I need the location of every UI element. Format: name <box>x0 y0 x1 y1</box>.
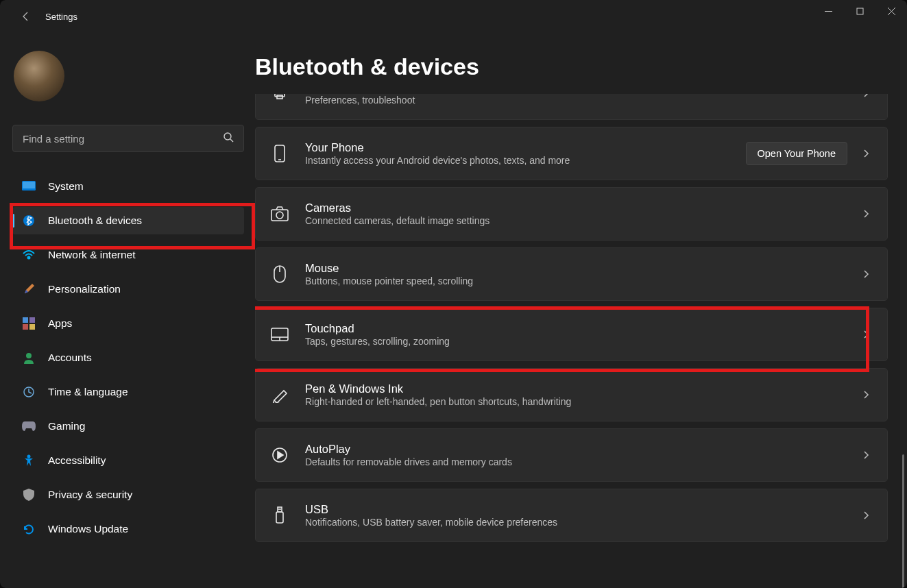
close-icon <box>888 8 895 15</box>
sidebar-item-bluetooth-devices[interactable]: Bluetooth & devices <box>12 207 244 234</box>
chevron-right-icon <box>860 94 872 99</box>
page-title: Bluetooth & devices <box>255 53 888 80</box>
search-icon <box>223 132 234 145</box>
printer-icon <box>271 94 289 102</box>
svg-rect-30 <box>276 512 283 523</box>
sidebar-item-network[interactable]: Network & internet <box>12 241 244 269</box>
main-panel: Bluetooth & devices Printers & scanners … <box>255 33 907 588</box>
autoplay-icon <box>271 446 289 464</box>
sidebar: System Bluetooth & devices Network & int… <box>0 33 255 588</box>
card-autoplay[interactable]: AutoPlay Defaults for removable drives a… <box>255 428 888 482</box>
card-touchpad[interactable]: Touchpad Taps, gestures, scrolling, zoom… <box>255 308 888 361</box>
scrollbar-thumb[interactable] <box>902 454 904 588</box>
sidebar-item-label: Bluetooth & devices <box>48 215 142 227</box>
svg-rect-13 <box>29 324 35 330</box>
card-subtitle: Buttons, mouse pointer speed, scrolling <box>305 275 860 286</box>
chevron-right-icon <box>860 208 872 220</box>
card-pen-windows-ink[interactable]: Pen & Windows Ink Right-handed or left-h… <box>255 368 888 421</box>
svg-rect-12 <box>23 324 28 330</box>
sidebar-item-label: System <box>48 180 84 193</box>
sidebar-item-label: Accessibility <box>48 454 106 467</box>
sidebar-item-accounts[interactable]: Accounts <box>12 344 244 371</box>
card-title: Your Phone <box>305 141 746 154</box>
svg-rect-1 <box>857 8 863 14</box>
svg-rect-10 <box>23 317 28 323</box>
back-button[interactable] <box>14 4 38 29</box>
sidebar-item-label: Apps <box>48 317 72 330</box>
person-icon <box>22 351 36 365</box>
camera-icon <box>271 205 289 223</box>
pen-icon <box>271 386 289 404</box>
minimize-button[interactable] <box>812 0 844 22</box>
card-title: AutoPlay <box>305 443 860 456</box>
svg-point-4 <box>224 133 231 140</box>
sidebar-item-windows-update[interactable]: Windows Update <box>12 515 244 543</box>
sidebar-item-privacy-security[interactable]: Privacy & security <box>12 481 244 509</box>
chevron-right-icon <box>860 147 872 160</box>
card-mouse[interactable]: Mouse Buttons, mouse pointer speed, scro… <box>255 247 888 301</box>
sidebar-item-time-language[interactable]: Time & language <box>12 378 244 406</box>
chevron-right-icon <box>860 449 872 461</box>
sidebar-nav: System Bluetooth & devices Network & int… <box>12 173 245 543</box>
sidebar-item-accessibility[interactable]: Accessibility <box>12 447 244 474</box>
svg-rect-11 <box>29 317 35 323</box>
card-subtitle: Preferences, troubleshoot <box>305 95 860 106</box>
card-cameras[interactable]: Cameras Connected cameras, default image… <box>255 187 888 241</box>
card-usb[interactable]: USB Notifications, USB battery saver, mo… <box>255 489 888 542</box>
avatar[interactable] <box>14 51 64 101</box>
card-title: Cameras <box>305 201 860 215</box>
svg-line-5 <box>230 139 233 142</box>
window-title: Settings <box>45 12 77 22</box>
card-title: USB <box>305 503 860 516</box>
chevron-right-icon <box>860 268 872 280</box>
open-your-phone-button[interactable]: Open Your Phone <box>746 142 848 165</box>
apps-icon <box>22 317 36 330</box>
sidebar-item-label: Gaming <box>48 420 85 432</box>
maximize-icon <box>856 8 864 15</box>
sidebar-item-label: Time & language <box>48 386 128 398</box>
scrollbar[interactable] <box>902 125 904 588</box>
chevron-right-icon <box>860 509 872 522</box>
sidebar-item-label: Windows Update <box>48 523 128 535</box>
svg-point-23 <box>276 212 283 219</box>
arrow-left-icon <box>21 11 32 22</box>
sidebar-item-label: Personalization <box>48 283 121 295</box>
content-area: System Bluetooth & devices Network & int… <box>0 33 907 588</box>
settings-list: Printers & scanners Preferences, trouble… <box>255 94 888 587</box>
sidebar-item-personalization[interactable]: Personalization <box>12 275 244 303</box>
shield-icon <box>22 488 36 502</box>
titlebar: Settings <box>0 0 907 33</box>
sidebar-item-apps[interactable]: Apps <box>12 310 244 337</box>
sidebar-item-label: Privacy & security <box>48 489 132 501</box>
update-icon <box>22 522 36 536</box>
card-printers-scanners[interactable]: Printers & scanners Preferences, trouble… <box>255 94 888 120</box>
sidebar-item-gaming[interactable]: Gaming <box>12 413 244 440</box>
accessibility-icon <box>22 454 36 467</box>
maximize-button[interactable] <box>844 0 875 22</box>
sidebar-item-system[interactable]: System <box>12 173 244 200</box>
search-box[interactable] <box>12 125 244 152</box>
card-subtitle: Defaults for removable drives and memory… <box>305 456 860 467</box>
wifi-icon <box>22 248 36 262</box>
paintbrush-icon <box>22 282 36 296</box>
phone-icon <box>271 145 289 162</box>
search-input[interactable] <box>23 133 223 145</box>
card-title: Pen & Windows Ink <box>305 382 860 395</box>
clock-globe-icon <box>22 385 36 399</box>
usb-icon <box>271 506 289 524</box>
bluetooth-icon <box>22 214 36 228</box>
gamepad-icon <box>22 419 36 433</box>
chevron-right-icon <box>860 328 872 341</box>
svg-point-9 <box>28 257 30 259</box>
card-subtitle: Right-handed or left-handed, pen button … <box>305 396 860 407</box>
mouse-icon <box>271 265 289 283</box>
svg-point-14 <box>26 353 32 358</box>
card-your-phone[interactable]: Your Phone Instantly access your Android… <box>255 127 888 180</box>
card-subtitle: Connected cameras, default image setting… <box>305 215 860 226</box>
window-controls <box>812 0 907 22</box>
card-title: Mouse <box>305 262 860 275</box>
close-button[interactable] <box>875 0 907 22</box>
display-icon <box>22 180 36 193</box>
card-subtitle: Taps, gestures, scrolling, zooming <box>305 336 860 347</box>
svg-rect-7 <box>23 182 35 188</box>
